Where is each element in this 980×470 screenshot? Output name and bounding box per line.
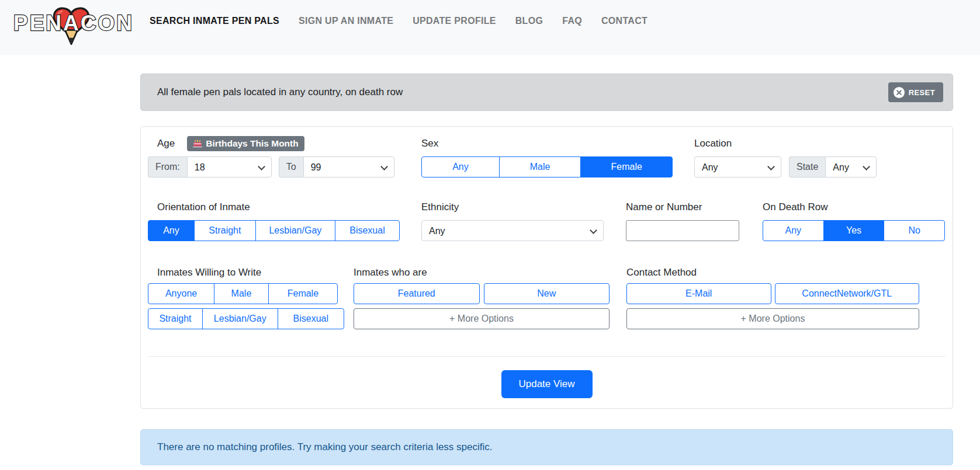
chevron-down-icon: Any — [694, 156, 781, 177]
ethnicity-label: Ethnicity — [421, 201, 604, 213]
sex-label: Sex — [421, 138, 438, 149]
sex-female-button[interactable]: Female — [580, 156, 673, 177]
search-filters-panel: Age Birthdays This Month — [140, 126, 953, 409]
nav-blog[interactable]: BLOG — [515, 16, 543, 26]
willing-to-write-label: Inmates Willing to Write — [157, 267, 344, 278]
no-results-alert: There are no matching profiles. Try maki… — [140, 429, 953, 465]
sex-male-button[interactable]: Male — [499, 156, 581, 177]
willing-lesbian-gay-button[interactable]: Lesbian/Gay — [202, 308, 278, 329]
contact-method-buttons: E-Mail ConnectNetwork/GTL — [626, 283, 919, 304]
filter-row-3: Inmates Willing to Write Anyone Male Fem… — [148, 267, 946, 329]
orientation-straight-button[interactable]: Straight — [194, 220, 256, 241]
contact-method-filter: Contact Method E-Mail ConnectNetwork/GTL… — [626, 267, 919, 329]
filter-row-2: Orientation of Inmate Any Straight Lesbi… — [148, 201, 946, 241]
search-summary-banner: All female pen pals located in any count… — [140, 74, 953, 111]
nav-faq[interactable]: FAQ — [562, 16, 582, 26]
filter-row-1: Age Birthdays This Month — [148, 136, 946, 177]
willing-female-button[interactable]: Female — [268, 283, 338, 304]
age-from-group: From: 18 — [148, 156, 272, 177]
inmates-who-are-filter: Inmates who are Featured New + More Opti… — [354, 267, 610, 329]
form-divider — [148, 356, 946, 357]
name-or-number-input[interactable] — [626, 220, 739, 241]
willing-straight-button[interactable]: Straight — [148, 308, 203, 329]
reset-button[interactable]: RESET — [888, 82, 943, 102]
death-row-filter: On Death Row Any Yes No — [763, 201, 945, 241]
chevron-down-icon: 18 — [187, 156, 272, 177]
inmates-who-are-buttons: Featured New — [354, 283, 610, 304]
location-filter: Location Any State Any — [694, 136, 946, 177]
birthdays-label: Birthdays This Month — [206, 138, 298, 149]
nav-contact[interactable]: CONTACT — [601, 16, 647, 26]
age-from-prefix: From: — [148, 156, 187, 177]
chevron-down-icon: 99 — [303, 156, 394, 177]
willing-to-write-filter: Inmates Willing to Write Anyone Male Fem… — [148, 267, 344, 329]
chevron-down-icon: Any — [421, 220, 604, 241]
logo-wordmark: PENACON — [6, 1, 141, 46]
nav-search-inmate-pen-pals[interactable]: SEARCH INMATE PEN PALS — [150, 16, 279, 26]
nav-update-profile[interactable]: UPDATE PROFILE — [413, 16, 496, 26]
age-to-prefix: To — [279, 156, 303, 177]
location-label: Location — [694, 138, 732, 149]
orientation-label: Orientation of Inmate — [157, 201, 400, 213]
location-country-select[interactable]: Any — [694, 156, 781, 177]
main-nav: SEARCH INMATE PEN PALS SIGN UP AN INMATE… — [150, 16, 647, 26]
age-to-group: To 99 — [279, 156, 394, 177]
state-prefix: State — [789, 156, 825, 177]
willing-anyone-button[interactable]: Anyone — [148, 283, 214, 304]
penacon-logo[interactable]: PENACON — [6, 1, 141, 48]
ethnicity-filter: Ethnicity Any — [421, 201, 604, 241]
death-row-label: On Death Row — [763, 201, 945, 213]
orientation-bisexual-button[interactable]: Bisexual — [335, 220, 400, 241]
contact-method-more-options-button[interactable]: + More Options — [626, 308, 919, 329]
inmates-who-are-label: Inmates who are — [354, 267, 610, 278]
orientation-any-button[interactable]: Any — [148, 220, 195, 241]
sex-any-button[interactable]: Any — [421, 156, 500, 177]
contact-method-label: Contact Method — [626, 267, 919, 278]
no-results-message: There are no matching profiles. Try maki… — [157, 441, 493, 453]
inmates-who-are-more-options-button[interactable]: + More Options — [354, 308, 610, 329]
email-button[interactable]: E-Mail — [626, 283, 771, 304]
location-state-select[interactable]: Any — [825, 156, 877, 177]
orientation-toggle-group: Any Straight Lesbian/Gay Bisexual — [148, 220, 400, 241]
willing-who-toggle-group: Anyone Male Female — [148, 283, 338, 304]
willing-bisexual-button[interactable]: Bisexual — [278, 308, 344, 329]
name-or-number-label: Name or Number — [626, 201, 739, 213]
death-row-toggle-group: Any Yes No — [763, 220, 945, 241]
willing-male-button[interactable]: Male — [214, 283, 269, 304]
age-from-select[interactable]: 18 — [187, 156, 272, 177]
featured-button[interactable]: Featured — [354, 283, 480, 304]
willing-orientation-toggle-group: Straight Lesbian/Gay Bisexual — [148, 308, 344, 329]
sex-toggle-group: Any Male Female — [421, 156, 673, 177]
death-row-yes-button[interactable]: Yes — [823, 220, 885, 241]
new-button[interactable]: New — [484, 283, 610, 304]
age-to-select[interactable]: 99 — [303, 156, 394, 177]
chevron-down-icon: Any — [825, 156, 877, 177]
ethnicity-select[interactable]: Any — [421, 220, 604, 241]
age-filter: Age Birthdays This Month — [148, 136, 397, 177]
site-header: PENACON SEARCH INMATE PEN PALS SIGN UP A… — [0, 0, 980, 55]
orientation-lesbian-gay-button[interactable]: Lesbian/Gay — [255, 220, 335, 241]
orientation-filter: Orientation of Inmate Any Straight Lesbi… — [148, 201, 400, 241]
name-or-number-filter: Name or Number — [626, 201, 739, 241]
death-row-no-button[interactable]: No — [884, 220, 945, 241]
birthdays-this-month-button[interactable]: Birthdays This Month — [187, 136, 304, 151]
location-state-group: State Any — [789, 156, 877, 177]
connectnetwork-gtl-button[interactable]: ConnectNetwork/GTL — [775, 283, 920, 304]
birthday-cake-icon — [193, 140, 202, 148]
circle-x-icon — [894, 87, 905, 98]
update-view-button[interactable]: Update View — [501, 370, 593, 398]
sex-filter: Sex Any Male Female — [421, 136, 673, 177]
reset-label: RESET — [909, 88, 935, 97]
nav-sign-up-an-inmate[interactable]: SIGN UP AN INMATE — [299, 16, 393, 26]
search-summary-text: All female pen pals located in any count… — [157, 86, 403, 98]
death-row-any-button[interactable]: Any — [763, 220, 824, 241]
age-label: Age — [157, 138, 175, 149]
